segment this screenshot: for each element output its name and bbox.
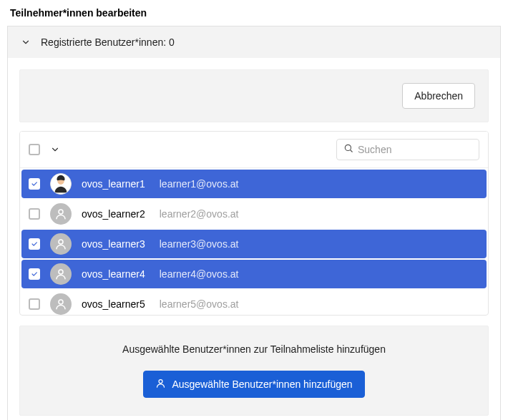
avatar (50, 263, 72, 285)
row-checkbox[interactable] (29, 238, 40, 250)
svg-point-6 (59, 300, 63, 304)
user-name: ovos_learner3 (82, 238, 145, 250)
summary-text: Ausgewählte Benutzer*innen zur Teilnahme… (37, 343, 471, 355)
table-row[interactable]: ovos_learner1learner1@ovos.at (21, 170, 487, 198)
participants-section: Registrierte Benutzer*innen: 0 Abbrechen (7, 26, 501, 420)
user-name: ovos_learner5 (82, 298, 145, 310)
user-email: learner5@ovos.at (160, 298, 239, 310)
table-row[interactable]: ovos_learner4learner4@ovos.at (21, 260, 487, 288)
row-checkbox[interactable] (29, 208, 40, 220)
avatar (50, 173, 72, 195)
accordion-registered-users[interactable]: Registrierte Benutzer*innen: 0 (8, 26, 500, 58)
user-add-icon (155, 378, 166, 391)
accordion-title: Registrierte Benutzer*innen: 0 (41, 36, 175, 48)
svg-point-0 (345, 145, 351, 150)
add-selected-label: Ausgewählte Benutzer*innen hinzufügen (172, 379, 352, 390)
sort-chevron-icon[interactable] (50, 145, 60, 155)
avatar (50, 233, 72, 255)
user-name: ovos_learner4 (82, 268, 145, 280)
search-icon (343, 143, 353, 156)
row-checkbox[interactable] (29, 268, 40, 280)
search-field[interactable] (336, 139, 479, 160)
svg-point-3 (59, 210, 63, 214)
toolbar: Abbrechen (19, 69, 489, 122)
user-name: ovos_learner1 (82, 178, 145, 190)
table-header (20, 132, 488, 168)
svg-point-5 (59, 270, 63, 274)
table-row[interactable]: ovos_learner3learner3@ovos.at (21, 230, 487, 258)
row-checkbox[interactable] (29, 178, 40, 190)
page-title: Teilnehmer*innen bearbeiten (7, 7, 501, 19)
user-email: learner4@ovos.at (160, 268, 239, 280)
svg-point-8 (159, 380, 162, 384)
search-input[interactable] (358, 144, 483, 155)
user-email: learner2@ovos.at (160, 208, 239, 220)
accordion-body: Abbrechen ovos_learner1learner1@ovos.ato… (8, 58, 500, 420)
user-table: ovos_learner1learner1@ovos.atovos_learne… (19, 131, 489, 316)
select-all-checkbox[interactable] (29, 144, 40, 155)
user-name: ovos_learner2 (82, 208, 145, 220)
svg-point-4 (59, 240, 63, 244)
add-selected-button[interactable]: Ausgewählte Benutzer*innen hinzufügen (143, 371, 364, 398)
table-row[interactable]: ovos_learner2learner2@ovos.at (20, 200, 488, 228)
avatar (50, 203, 72, 225)
user-email: learner3@ovos.at (160, 238, 239, 250)
row-checkbox[interactable] (29, 298, 40, 310)
table-row[interactable]: ovos_learner5learner5@ovos.at (20, 290, 488, 315)
user-list[interactable]: ovos_learner1learner1@ovos.atovos_learne… (20, 168, 488, 315)
user-email: learner1@ovos.at (160, 178, 239, 190)
summary-panel: Ausgewählte Benutzer*innen zur Teilnahme… (19, 326, 489, 416)
avatar (50, 293, 72, 315)
cancel-button[interactable]: Abbrechen (402, 83, 475, 109)
chevron-down-icon (21, 37, 31, 47)
